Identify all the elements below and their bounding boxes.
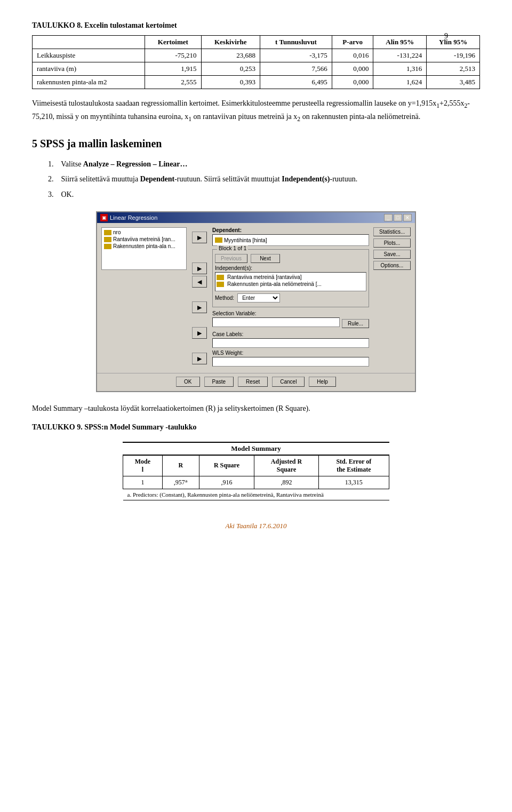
arrow-right-wls[interactable]: ▶: [192, 353, 207, 364]
paste-button[interactable]: Paste: [204, 377, 234, 387]
dependent-value: Myyntihinta [hinta]: [224, 237, 267, 243]
col-header-0: [33, 36, 145, 49]
arrow-right-selection[interactable]: ▶: [192, 301, 207, 313]
footer: Aki Taanila 17.6.2010: [32, 522, 480, 530]
table8-cell-2-5: 1,624: [373, 76, 427, 89]
indep-icon-1: [217, 275, 224, 280]
ms-col-r: R: [162, 455, 199, 476]
table8-cell-1-5: 1,316: [373, 62, 427, 76]
listbox-item-rakennusten[interactable]: Rakennusten pinta-ala n...: [103, 243, 185, 250]
independent-label: Independent(s):: [215, 265, 366, 271]
plots-button[interactable]: Plots...: [373, 238, 411, 248]
cancel-button[interactable]: Cancel: [272, 377, 305, 387]
table8-cell-2-2: 0,393: [201, 76, 260, 89]
dialog-right-main: Dependent: Myyntihinta [hinta] Block 1 o…: [212, 227, 369, 369]
block-box: Block 1 of 1 Previous Next Independent(s…: [212, 249, 369, 307]
step-2: 2. Siirrä selitettävä muuttuja Dependent…: [48, 173, 480, 185]
block-nav: Previous Next: [215, 252, 366, 263]
arrow-right-case[interactable]: ▶: [192, 327, 207, 339]
listbox-icon-rantaviiva: [104, 237, 111, 242]
table8-cell-1-6: 2,513: [427, 62, 480, 76]
col-header-1: Kertoimet: [145, 36, 201, 49]
arrow-left-independent[interactable]: ◀: [192, 276, 207, 288]
previous-button[interactable]: Previous: [215, 254, 247, 263]
table8-cell-2-0: rakennusten pinta-ala m2: [33, 76, 145, 89]
table8-cell-2-4: 0,000: [332, 76, 373, 89]
case-labels-field[interactable]: [212, 338, 369, 348]
table8-cell-0-6: -19,196: [427, 49, 480, 62]
listbox-item-rantaviiva[interactable]: Rantaviiva metreinä [ran...: [103, 236, 185, 243]
independent-box[interactable]: Rantaviiva metreinä [rantaviiva] Rakennu…: [215, 272, 366, 291]
table9-label: TAULUKKO 9. SPSS:n Model Summary -tauluk…: [32, 421, 480, 433]
ms-col-model: Model: [123, 455, 163, 476]
indep-icon-2: [217, 282, 224, 287]
help-button[interactable]: Help: [309, 377, 336, 387]
dependent-field-icon: [215, 237, 222, 243]
table8-cell-1-0: rantaviiva (m): [33, 62, 145, 76]
dialog-wrapper: ▣ Linear Regression _ □ ✕ nro: [32, 211, 480, 392]
ms-note: a. Predictors: (Constant), Rakennusten p…: [123, 489, 389, 500]
variable-listbox[interactable]: nro Rantaviiva metreinä [ran... Rakennus…: [101, 227, 187, 270]
ms-cell-0-3: ,892: [254, 476, 318, 489]
arrow-buttons-column: ▶ ▶ ◀ ▶ ▶ ▶: [191, 227, 208, 369]
dialog-bottom-buttons: OK Paste Reset Cancel Help: [97, 373, 415, 391]
linear-regression-dialog: ▣ Linear Regression _ □ ✕ nro: [96, 211, 416, 392]
col-header-2: Keskivirhe: [201, 36, 260, 49]
rule-button[interactable]: Rule...: [342, 319, 369, 328]
left-panel: nro Rantaviiva metreinä [ran... Rakennus…: [101, 227, 187, 369]
next-button[interactable]: Next: [251, 254, 280, 263]
ms-col-stderr: Std. Error ofthe Estimate: [318, 455, 389, 476]
listbox-icon-nro: [104, 230, 111, 235]
arrow-right-dependent[interactable]: ▶: [192, 232, 207, 243]
table8-cell-0-2: 23,688: [201, 49, 260, 62]
ms-cell-0-0: 1: [123, 476, 163, 489]
dialog-title-icon: ▣: [100, 214, 108, 221]
ms-col-rsquare: R Square: [199, 455, 254, 476]
selection-variable-field[interactable]: [212, 317, 340, 327]
independent-item-1: Rantaviiva metreinä [rantaviiva]: [217, 274, 365, 281]
col-header-4: P-arvo: [332, 36, 373, 49]
col-header-6: Ylin 95%: [427, 36, 480, 49]
table8-cell-0-1: -75,210: [145, 49, 201, 62]
arrow-right-independent[interactable]: ▶: [192, 262, 207, 274]
table8-cell-1-4: 0,000: [332, 62, 373, 76]
wls-weight-label: WLS Weight:: [212, 350, 369, 356]
right-buttons-panel: Statistics... Plots... Save... Options..…: [373, 227, 411, 369]
dialog-content: nro Rantaviiva metreinä [ran... Rakennus…: [97, 223, 415, 373]
model-summary-table: Model R R Square Adjusted RSquare Std. E…: [123, 455, 389, 500]
table8-cell-0-5: -131,224: [373, 49, 427, 62]
minimize-button[interactable]: _: [384, 214, 393, 221]
dialog-titlebar: ▣ Linear Regression _ □ ✕: [97, 212, 415, 223]
model-summary-wrapper: Model Summary Model R R Square Adjusted …: [32, 442, 480, 500]
ms-col-adjrsquare: Adjusted RSquare: [254, 455, 318, 476]
step-3: 3. OK.: [48, 189, 480, 201]
page-number: 9: [444, 32, 448, 41]
wls-weight-field[interactable]: [212, 357, 369, 367]
ms-cell-0-1: ,957ᵃ: [162, 476, 199, 489]
table8-cell-1-1: 1,915: [145, 62, 201, 76]
paragraph1: Viimeisestä tulostaulukosta saadaan regr…: [32, 98, 480, 125]
case-labels-label: Case Labels:: [212, 331, 369, 337]
selection-variable-label: Selection Variable:: [212, 311, 369, 316]
table8-cell-1-2: 0,253: [201, 62, 260, 76]
reset-button[interactable]: Reset: [238, 377, 268, 387]
col-header-3: t Tunnusluvut: [260, 36, 332, 49]
model-summary-table-container: Model Summary Model R R Square Adjusted …: [123, 442, 389, 500]
options-button[interactable]: Options...: [373, 261, 411, 270]
maximize-button[interactable]: □: [394, 214, 402, 221]
close-button[interactable]: ✕: [403, 214, 412, 221]
method-select[interactable]: Enter: [237, 293, 280, 302]
listbox-icon-rakennusten: [104, 244, 111, 249]
table8-cell-2-6: 3,485: [427, 76, 480, 89]
dialog-controls[interactable]: _ □ ✕: [384, 214, 412, 221]
model-summary-title: Model Summary: [123, 442, 389, 455]
save-button[interactable]: Save...: [373, 250, 411, 259]
statistics-button[interactable]: Statistics...: [373, 227, 411, 236]
method-label: Method:: [215, 295, 234, 301]
listbox-item-nro[interactable]: nro: [103, 229, 185, 236]
dependent-field[interactable]: Myyntihinta [hinta]: [212, 234, 369, 246]
col-header-5: Alin 95%: [373, 36, 427, 49]
table8-cell-2-1: 2,555: [145, 76, 201, 89]
ok-button[interactable]: OK: [176, 377, 199, 387]
dependent-label: Dependent:: [212, 227, 369, 233]
